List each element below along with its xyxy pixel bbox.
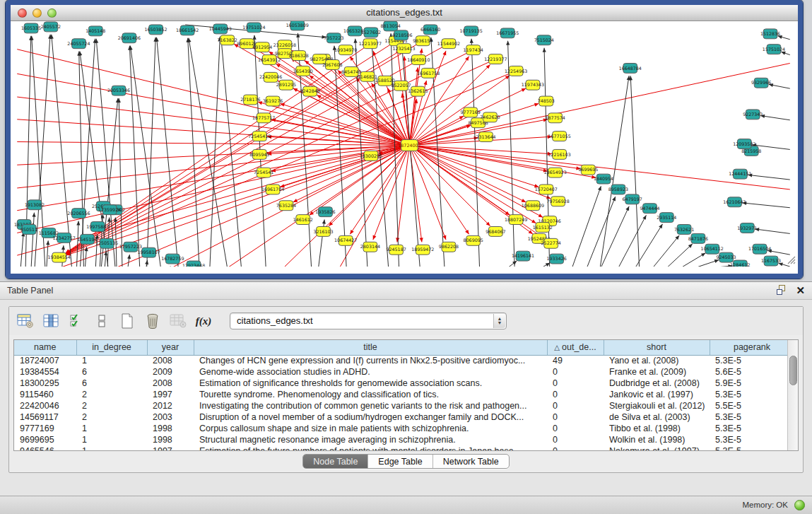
table-cell[interactable]: 9699695 <box>14 434 76 445</box>
citation-edge-black[interactable] <box>748 175 790 180</box>
table-cell[interactable]: 0 <box>547 378 604 389</box>
citation-edge-black[interactable] <box>157 37 179 267</box>
table-cell[interactable]: 0 <box>547 400 604 411</box>
table-cell[interactable]: 9465546 <box>14 445 76 451</box>
citation-edge-red[interactable] <box>228 145 410 267</box>
table-row[interactable]: 1456911722003Disruption of a novel membe… <box>14 411 794 423</box>
table-row[interactable]: 911546021997Tourette syndrome. Phenomeno… <box>14 389 794 400</box>
citation-edge-red[interactable] <box>66 145 409 255</box>
table-cell[interactable]: 2009 <box>147 366 194 378</box>
table-cell[interactable]: 5.5E-5 <box>710 400 794 411</box>
citation-edge-black[interactable] <box>572 186 601 267</box>
memory-indicator-icon[interactable] <box>794 500 805 510</box>
table-cell[interactable]: 2 <box>76 389 147 400</box>
table-cell[interactable]: 1 <box>76 423 147 434</box>
table-row[interactable]: 2242004622012Investigating the contribut… <box>14 400 794 411</box>
citation-edge-black[interactable] <box>742 203 789 208</box>
table-cell[interactable]: Genome-wide association studies in ADHD. <box>194 366 547 378</box>
table-cell[interactable]: 14569117 <box>14 411 76 423</box>
table-cell[interactable]: Wolkin et al. (1998) <box>604 434 710 445</box>
table-panel-titlebar[interactable]: Table Panel ✕ <box>0 282 812 300</box>
table-cell[interactable]: 6 <box>76 378 147 389</box>
citation-edge-black[interactable] <box>20 232 23 267</box>
close-panel-icon[interactable]: ✕ <box>796 285 805 296</box>
table-cell[interactable]: Estimation of the future numbers of pati… <box>194 445 547 451</box>
scrollbar-thumb[interactable] <box>789 356 797 385</box>
table-cell[interactable]: 5.3E-5 <box>710 411 794 423</box>
table-cell[interactable]: Tibbo et al. (1998) <box>604 423 710 434</box>
table-cell[interactable]: 5.6E-5 <box>710 366 794 378</box>
table-cell[interactable]: Changes of HCN gene expression and I(f) … <box>194 355 547 366</box>
table-cell[interactable]: 1 <box>76 434 147 445</box>
column-header-title[interactable]: title <box>194 340 547 355</box>
table-row[interactable]: 1872400712008Changes of HCN gene express… <box>14 355 794 366</box>
column-header-pagerank[interactable]: pagerank <box>710 340 794 355</box>
column-header-short[interactable]: short <box>604 340 710 355</box>
citation-edge-red[interactable] <box>409 63 789 145</box>
network-canvas[interactable]: 1872400711544901122139771093497098275081… <box>11 21 798 267</box>
table-cell[interactable]: 0 <box>547 366 604 378</box>
citation-edge-black[interactable] <box>188 38 199 267</box>
table-cell[interactable]: 5.3E-5 <box>710 445 794 451</box>
citation-edge-red[interactable] <box>293 145 410 201</box>
table-cell[interactable]: 2 <box>76 411 147 423</box>
table-cell[interactable]: 0 <box>547 445 604 451</box>
table-cell[interactable]: 5.9E-5 <box>710 378 794 389</box>
table-cell[interactable]: 1998 <box>147 423 194 434</box>
citation-edge-red[interactable] <box>409 145 446 240</box>
table-cell[interactable]: Structural magnetic resonance image aver… <box>194 434 547 445</box>
tab-node-table[interactable]: Node Table <box>303 455 368 468</box>
combobox-stepper-icon[interactable]: ▲▼ <box>493 314 505 328</box>
table-cell[interactable]: 6 <box>76 366 147 378</box>
table-cell[interactable]: 22420046 <box>14 400 76 411</box>
column-header-name[interactable]: name <box>14 340 76 355</box>
table-select-combobox[interactable]: citations_edges.txt ▲▼ <box>230 313 507 329</box>
citation-edge-red[interactable] <box>66 49 404 254</box>
table-cell[interactable]: Jankovic et al. (1997) <box>604 389 710 400</box>
table-cell[interactable]: 0 <box>547 411 604 423</box>
table-row[interactable]: 977716911998Corpus callosum shape and si… <box>14 423 794 434</box>
table-row[interactable]: 946554611997Estimation of the future num… <box>14 445 794 451</box>
table-cell[interactable]: 1998 <box>147 434 194 445</box>
column-header-year[interactable]: year <box>147 340 194 355</box>
table-cell[interactable]: Dudbridge et al. (2008) <box>604 378 710 389</box>
table-settings-icon[interactable] <box>16 312 35 330</box>
table-cell[interactable]: 0 <box>547 423 604 434</box>
table-row[interactable]: 969969511998Structural magnetic resonanc… <box>14 434 794 445</box>
citation-edge-black[interactable] <box>652 235 679 267</box>
citation-edge-black[interactable] <box>755 229 790 234</box>
table-cell[interactable]: 1997 <box>147 445 194 451</box>
table-cell[interactable]: 1 <box>76 355 147 366</box>
citation-edge-red[interactable] <box>397 145 409 242</box>
tab-edge-table[interactable]: Edge Table <box>368 455 433 468</box>
table-cell[interactable]: Franke et al. (2009) <box>604 366 710 378</box>
table-cell[interactable]: 1997 <box>147 389 194 400</box>
citation-edge-red[interactable] <box>66 71 516 255</box>
citation-edge-black[interactable] <box>210 37 220 267</box>
function-builder-icon[interactable]: f(x) <box>194 312 213 330</box>
tab-network-table[interactable]: Network Table <box>433 455 509 468</box>
delete-column-icon[interactable] <box>143 312 162 330</box>
table-cell[interactable]: 5.3E-5 <box>710 423 794 434</box>
table-vertical-scrollbar[interactable] <box>787 340 798 450</box>
select-columns-icon[interactable] <box>67 312 86 330</box>
citation-edge-black[interactable] <box>77 221 79 267</box>
table-cell[interactable]: 18300295 <box>14 378 76 389</box>
table-cell[interactable]: Yano et al. (2008) <box>604 355 710 366</box>
citation-edge-red[interactable] <box>350 145 409 234</box>
column-header-in-degree[interactable]: in_degree <box>76 340 147 355</box>
float-panel-icon[interactable] <box>777 285 787 296</box>
new-table-icon[interactable] <box>118 312 136 330</box>
table-cell[interactable]: Nakamura et al. (1997) <box>604 445 710 451</box>
citation-edge-red[interactable] <box>17 142 409 146</box>
table-cell[interactable]: Tourette syndrome. Phenomenology and cla… <box>194 389 547 400</box>
table-cell[interactable]: Disruption of a novel member of a sodium… <box>194 411 547 423</box>
merge-columns-icon[interactable] <box>93 312 111 330</box>
table-cell[interactable]: 5.3E-5 <box>710 355 794 366</box>
table-cell[interactable]: 2 <box>76 400 147 411</box>
table-cell[interactable]: 2012 <box>147 400 194 411</box>
table-cell[interactable]: Investigating the contribution of common… <box>194 400 547 411</box>
table-cell[interactable]: Stergiakouli et al. (2012) <box>604 400 710 411</box>
table-row[interactable]: 1830029562008Estimation of significance … <box>14 378 794 389</box>
table-cell[interactable]: 18724007 <box>14 355 76 366</box>
